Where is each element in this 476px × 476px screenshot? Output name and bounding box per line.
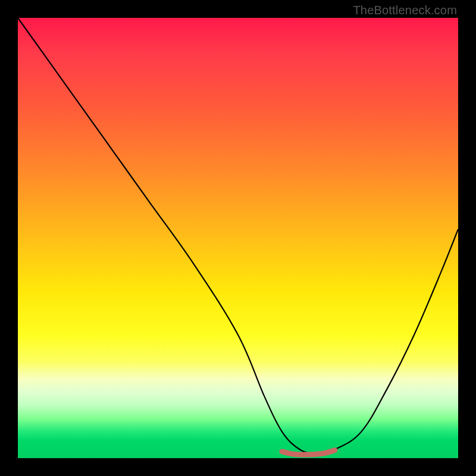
bottleneck-curve-line — [18, 18, 458, 454]
chart-plot-area — [18, 18, 458, 458]
chart-svg — [18, 18, 458, 458]
watermark-text: TheBottleneck.com — [353, 4, 457, 17]
optimal-range-marker-line — [282, 450, 335, 455]
